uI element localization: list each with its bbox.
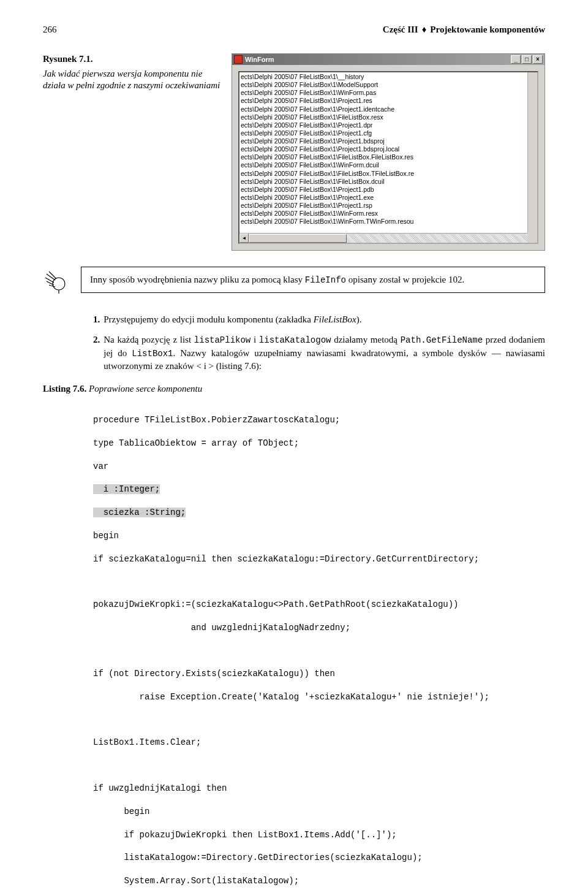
figure-label: Rysunek 7.1. — [43, 53, 221, 66]
list-item[interactable]: ects\Delphi 2005\07 FileListBox\1\Projec… — [241, 105, 536, 113]
list-item[interactable]: ects\Delphi 2005\07 FileListBox\1\FileLi… — [241, 178, 536, 186]
figure-desc: Jak widać pierwsza wersja komponentu nie… — [43, 68, 221, 92]
list-item[interactable]: ects\Delphi 2005\07 FileListBox\1\Projec… — [241, 186, 536, 194]
scroll-thumb[interactable] — [249, 234, 347, 243]
list-item[interactable]: ects\Delphi 2005\07 FileListBox\1\WinFor… — [241, 89, 536, 97]
scroll-left-icon[interactable]: ◄ — [239, 234, 249, 243]
listbox[interactable]: ects\Delphi 2005\07 FileListBox\1\__hist… — [238, 71, 538, 244]
list-number: 2. — [93, 333, 100, 373]
list-item[interactable]: ects\Delphi 2005\07 FileListBox\1\ModelS… — [241, 81, 536, 89]
list-item[interactable]: ects\Delphi 2005\07 FileListBox\1\WinFor… — [241, 218, 536, 226]
titlebar: WinForm _ □ × — [232, 54, 545, 65]
list-item[interactable]: ects\Delphi 2005\07 FileListBox\1\Projec… — [241, 97, 536, 105]
tip-icon — [43, 267, 72, 299]
scrollbar-horizontal[interactable]: ◄ ► — [239, 233, 537, 243]
window-buttons: _ □ × — [511, 55, 543, 64]
scroll-corner — [527, 233, 537, 243]
figure-row: Rysunek 7.1. Jak widać pierwsza wersja k… — [43, 53, 545, 251]
list-item[interactable]: ects\Delphi 2005\07 FileListBox\1\WinFor… — [241, 210, 536, 218]
scrollbar-vertical[interactable] — [527, 72, 537, 233]
window-body: ects\Delphi 2005\07 FileListBox\1\__hist… — [232, 65, 545, 250]
winform-screenshot: WinForm _ □ × ects\Delphi 2005\07 FileLi… — [232, 53, 545, 251]
list-number: 1. — [93, 313, 100, 326]
list-item[interactable]: ects\Delphi 2005\07 FileListBox\1\Projec… — [241, 137, 536, 145]
list-item[interactable]: ects\Delphi 2005\07 FileListBox\1\Projec… — [241, 194, 536, 202]
list-item[interactable]: ects\Delphi 2005\07 FileListBox\1\Projec… — [241, 202, 536, 210]
code-inline: FileInfo — [305, 275, 346, 285]
figure-caption: Rysunek 7.1. Jak widać pierwsza wersja k… — [43, 53, 221, 251]
list-item: 1.Przystępujemy do edycji modułu kompone… — [93, 313, 545, 326]
tip-box: Inny sposób wyodrębnienia nazwy pliku za… — [81, 267, 545, 293]
app-icon — [234, 55, 243, 64]
code-highlight: i :Integer; — [93, 484, 160, 494]
window-title: WinForm — [245, 56, 274, 63]
window: WinForm _ □ × ects\Delphi 2005\07 FileLi… — [232, 53, 545, 251]
close-button[interactable]: × — [533, 55, 543, 64]
list-item[interactable]: ects\Delphi 2005\07 FileListBox\1\Projec… — [241, 145, 536, 153]
list-item[interactable]: ects\Delphi 2005\07 FileListBox\1\FileLi… — [241, 170, 536, 178]
header-section: Część III ♦ Projektowanie komponentów — [383, 25, 545, 35]
list-item[interactable]: ects\Delphi 2005\07 FileListBox\1\Projec… — [241, 129, 536, 137]
page-number: 266 — [43, 25, 57, 35]
list-item[interactable]: ects\Delphi 2005\07 FileListBox\1\Projec… — [241, 121, 536, 129]
tip-row: Inny sposób wyodrębnienia nazwy pliku za… — [43, 267, 545, 299]
list-item: 2.Na każdą pozycję z list listaPlikow i … — [93, 333, 545, 373]
code-listing: procedure TFileListBox.PobierzZawartoscK… — [93, 403, 545, 890]
minimize-button[interactable]: _ — [511, 55, 521, 64]
list-item[interactable]: ects\Delphi 2005\07 FileListBox\1\__hist… — [241, 73, 536, 81]
list-item[interactable]: ects\Delphi 2005\07 FileListBox\1\WinFor… — [241, 161, 536, 169]
list-item[interactable]: ects\Delphi 2005\07 FileListBox\1\FileLi… — [241, 113, 536, 121]
list-item[interactable]: ects\Delphi 2005\07 FileListBox\1\FileLi… — [241, 153, 536, 161]
listing-label: Listing 7.6. Poprawione serce komponentu — [43, 384, 545, 394]
ordered-list: 1.Przystępujemy do edycji modułu kompone… — [93, 313, 545, 373]
diamond-icon: ♦ — [422, 25, 427, 35]
maximize-button[interactable]: □ — [522, 55, 532, 64]
scroll-track[interactable] — [347, 234, 528, 243]
code-highlight: sciezka :String; — [93, 508, 186, 517]
page-header: 266 Część III ♦ Projektowanie komponentó… — [43, 25, 545, 35]
